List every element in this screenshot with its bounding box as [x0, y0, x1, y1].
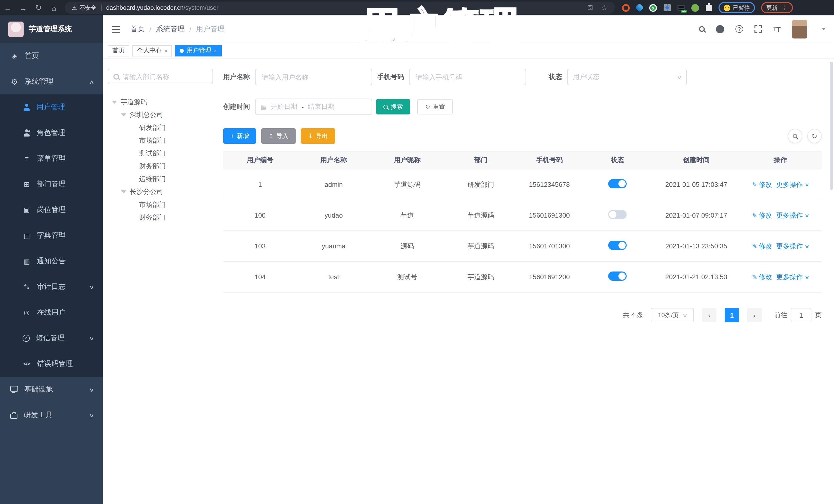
- sidebar-item-菜单管理[interactable]: 菜单管理: [0, 146, 103, 171]
- sidebar-item-系统管理[interactable]: 系统管理∧: [0, 69, 103, 94]
- mobile-input[interactable]: [409, 69, 526, 85]
- sidebar-item-字典管理[interactable]: 字典管理: [0, 223, 103, 248]
- date-range-picker[interactable]: ▦ 开始日期 - 结束日期: [255, 98, 372, 115]
- sidebar-item-错误码管理[interactable]: 错误码管理: [0, 351, 103, 377]
- cell-actions: ✎修改更多操作∨: [739, 169, 822, 200]
- extension-y-icon[interactable]: y: [649, 4, 657, 12]
- sidebar-item-短信管理[interactable]: 短信管理∨: [0, 325, 103, 351]
- tree-node-财务部门[interactable]: 财务部门: [108, 211, 213, 224]
- username-input[interactable]: [255, 69, 372, 85]
- tree-node-财务部门[interactable]: 财务部门: [108, 160, 213, 172]
- extension-kite-icon[interactable]: [635, 3, 644, 12]
- password-key-icon[interactable]: ⚿: [588, 4, 593, 11]
- tree-node-长沙分公司[interactable]: 长沙分公司: [108, 185, 213, 198]
- browser-menu-icon[interactable]: ⋮: [782, 4, 788, 11]
- tab-首页[interactable]: 首页: [108, 45, 129, 56]
- edit-link[interactable]: ✎修改: [752, 241, 772, 251]
- sidebar-collapse-icon[interactable]: [112, 25, 121, 32]
- edit-link[interactable]: ✎修改: [752, 211, 772, 220]
- browser-reload-icon[interactable]: ↻: [31, 3, 46, 12]
- status-toggle[interactable]: [608, 241, 627, 250]
- refresh-icon: ↻: [425, 103, 430, 110]
- extensions-puzzle-icon[interactable]: [706, 4, 712, 11]
- github-icon[interactable]: [716, 25, 724, 33]
- window-scrollbar[interactable]: [830, 62, 833, 190]
- tree-expand-icon[interactable]: [121, 190, 126, 193]
- tree-node-芋道源码[interactable]: 芋道源码: [108, 95, 213, 108]
- dept-search-input[interactable]: [123, 73, 195, 80]
- page-1-button[interactable]: 1: [725, 308, 739, 322]
- tree-node-运维部门[interactable]: 运维部门: [108, 172, 213, 185]
- tree-expand-icon[interactable]: [121, 113, 126, 116]
- edit-link[interactable]: ✎修改: [752, 272, 772, 282]
- more-label: 更多操作: [776, 180, 803, 189]
- avatar-dropdown-icon[interactable]: [822, 28, 826, 30]
- close-icon[interactable]: ×: [164, 47, 168, 53]
- search-button[interactable]: 搜索: [376, 99, 410, 114]
- sidebar-item-部门管理[interactable]: 部门管理: [0, 171, 103, 197]
- next-page-button[interactable]: ›: [747, 308, 762, 322]
- cell-mobile: 15601691300: [518, 200, 581, 231]
- font-size-icon[interactable]: TT: [773, 25, 781, 33]
- prev-page-button[interactable]: ‹: [702, 308, 717, 322]
- help-icon[interactable]: ?: [736, 25, 743, 33]
- user-avatar[interactable]: [792, 20, 807, 38]
- bookmark-star-icon[interactable]: ☆: [601, 3, 608, 12]
- reset-button[interactable]: ↻ 重置: [417, 99, 453, 114]
- add-user-button[interactable]: + 新增: [223, 128, 256, 144]
- tree-node-市场部门[interactable]: 市场部门: [108, 134, 213, 147]
- tab-个人中心[interactable]: 个人中心×: [132, 45, 172, 56]
- extension-ubuntu-icon[interactable]: [622, 4, 630, 12]
- extension-grid-icon[interactable]: [664, 4, 671, 11]
- status-select[interactable]: 用户状态 ∨: [567, 69, 687, 85]
- tree-node-测试部门[interactable]: 测试部门: [108, 147, 213, 160]
- browser-update-button[interactable]: 更新 ⋮: [761, 2, 793, 13]
- extension-switch-icon[interactable]: on: [678, 5, 685, 11]
- browser-home-icon[interactable]: ⌂: [46, 3, 62, 12]
- fullscreen-icon[interactable]: [754, 25, 762, 33]
- tree-node-市场部门[interactable]: 市场部门: [108, 198, 213, 211]
- import-button[interactable]: ↥ 导入: [261, 128, 295, 144]
- more-actions-link[interactable]: 更多操作∨: [776, 241, 809, 251]
- breadcrumb-section[interactable]: 系统管理: [156, 24, 185, 34]
- more-actions-link[interactable]: 更多操作∨: [776, 272, 809, 282]
- extension-key-icon[interactable]: [691, 4, 699, 12]
- mobile-label: 手机号码: [377, 72, 404, 82]
- sidebar-item-基础设施[interactable]: 基础设施∨: [0, 377, 103, 402]
- sidebar-item-角色管理[interactable]: 角色管理: [0, 120, 103, 146]
- browser-back-icon[interactable]: ←: [0, 3, 15, 12]
- sidebar-item-通知公告[interactable]: 通知公告: [0, 248, 103, 274]
- sidebar-item-首页[interactable]: 首页: [0, 43, 103, 69]
- page-size-select[interactable]: 10条/页 ∨: [651, 308, 694, 322]
- toggle-search-button[interactable]: [788, 129, 802, 143]
- status-toggle[interactable]: [608, 179, 627, 188]
- status-toggle[interactable]: [608, 210, 627, 219]
- close-icon[interactable]: ×: [214, 47, 217, 53]
- user-table: 用户编号用户名称用户昵称部门手机号码状态创建时间操作 1admin芋道源码研发部…: [223, 151, 822, 292]
- refresh-table-button[interactable]: ↻: [807, 129, 822, 143]
- tree-node-研发部门[interactable]: 研发部门: [108, 121, 213, 134]
- sidebar-item-在线用户[interactable]: 在线用户: [0, 300, 103, 325]
- browser-forward-icon[interactable]: →: [15, 3, 31, 12]
- more-actions-link[interactable]: 更多操作∨: [776, 211, 809, 220]
- more-actions-link[interactable]: 更多操作∨: [776, 180, 809, 189]
- status-select-placeholder: 用户状态: [573, 72, 599, 82]
- browser-profile-chip[interactable]: 已暂停: [719, 2, 755, 13]
- tab-用户管理[interactable]: 用户管理×: [175, 45, 222, 56]
- sidebar-item-研发工具[interactable]: 研发工具∨: [0, 402, 103, 428]
- status-toggle[interactable]: [608, 271, 627, 281]
- export-button[interactable]: ↧ 导出: [301, 128, 335, 144]
- breadcrumb-home[interactable]: 首页: [130, 24, 145, 34]
- sidebar-item-用户管理[interactable]: 用户管理: [0, 94, 103, 120]
- sidebar-item-岗位管理[interactable]: 岗位管理: [0, 197, 103, 223]
- goto-page-input[interactable]: [791, 308, 811, 322]
- sidebar-item-审计日志[interactable]: 审计日志∨: [0, 274, 103, 300]
- app-logo[interactable]: 芋道管理系统: [0, 15, 103, 43]
- header-search-icon[interactable]: [699, 26, 705, 32]
- tree-expand-icon[interactable]: [112, 100, 117, 104]
- tree-node-深圳总公司[interactable]: 深圳总公司: [108, 108, 213, 121]
- edit-link[interactable]: ✎修改: [752, 180, 772, 189]
- address-bar[interactable]: ⚠ 不安全 dashboard.yudao.iocoder.cn /system…: [65, 2, 615, 14]
- dept-search-box[interactable]: [108, 69, 213, 84]
- edit-pencil-icon: ✎: [752, 273, 757, 281]
